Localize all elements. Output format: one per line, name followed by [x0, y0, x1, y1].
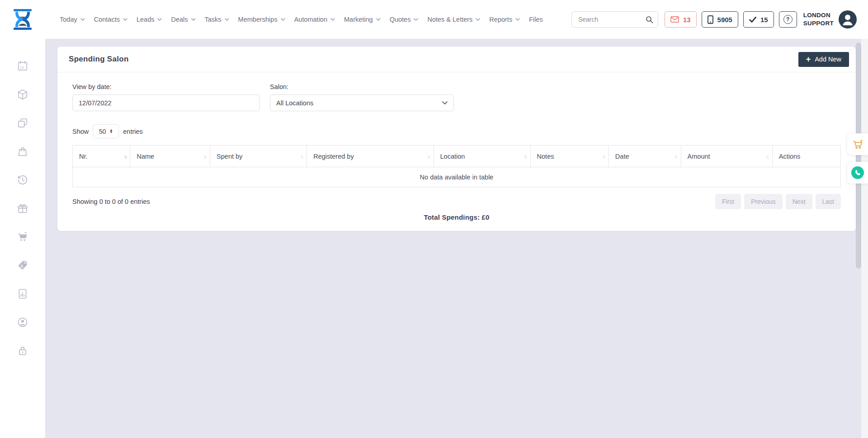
column-header-registered-by[interactable]: Registered by↑↓: [307, 146, 434, 167]
column-header-date[interactable]: Date↑↓: [609, 146, 681, 167]
nav-item-files[interactable]: Files: [529, 16, 543, 23]
sidebar-item-reports[interactable]: [17, 287, 29, 300]
question-icon: ?: [783, 15, 793, 24]
pagination-previous-button[interactable]: Previous: [744, 194, 782, 209]
gift-icon: [17, 203, 28, 214]
date-filter-group: View by date:: [72, 83, 260, 111]
nav-item-memberships[interactable]: Memberships: [238, 16, 285, 23]
history-icon: [17, 174, 28, 186]
svg-text:12: 12: [20, 65, 24, 69]
chevron-down-icon: [157, 18, 162, 21]
length-menu-suffix: entries: [123, 128, 143, 135]
spinner-arrows-icon: ▲▼: [109, 129, 113, 133]
nav-item-tasks[interactable]: Tasks: [205, 16, 229, 23]
shopping-bag-icon: [17, 146, 28, 157]
tasks-badge[interactable]: 15: [743, 11, 774, 28]
report-icon: [17, 288, 28, 300]
app-logo[interactable]: [11, 8, 34, 31]
salon-select[interactable]: All Locations: [270, 94, 454, 111]
chevron-down-icon: [515, 18, 520, 21]
sort-icon: ↑↓: [524, 154, 526, 159]
date-input[interactable]: [72, 94, 260, 111]
nav-item-notes-letters[interactable]: Notes & Letters: [427, 16, 480, 23]
pagination: First Previous Next Last: [715, 194, 841, 209]
phone-count: 5905: [717, 16, 732, 24]
sidebar-item-pricing[interactable]: $: [17, 259, 29, 271]
phone-widget-button[interactable]: [847, 162, 868, 184]
price-tag-icon: $: [17, 259, 28, 271]
help-badge[interactable]: ?: [779, 11, 797, 28]
entries-select[interactable]: 50 ▲▼: [93, 124, 119, 138]
sidebar-item-security[interactable]: [17, 344, 29, 357]
sidebar-item-account[interactable]: [17, 316, 29, 328]
pagination-first-button[interactable]: First: [715, 194, 741, 209]
chevron-down-icon: [281, 18, 285, 21]
sort-icon: ↑↓: [675, 154, 677, 159]
page-title: Spending Salon: [69, 55, 129, 64]
content-area: Spending Salon + Add New View by date: S…: [45, 39, 868, 438]
chevron-down-icon: [476, 18, 480, 21]
sidebar-item-duplicates[interactable]: [17, 117, 29, 129]
sidebar-item-history[interactable]: [17, 174, 29, 186]
add-new-button[interactable]: + Add New: [798, 52, 849, 67]
plus-icon: +: [806, 55, 811, 63]
sidebar-item-shopping[interactable]: [17, 145, 29, 157]
column-header-name[interactable]: Name↑↓: [130, 146, 210, 167]
nav-item-quotes[interactable]: Quotes: [390, 16, 419, 23]
clone-icon: [17, 117, 28, 129]
table-info: Showing 0 to 0 of 0 entries: [72, 198, 150, 205]
hourglass-logo-icon: [11, 8, 34, 31]
empty-table-row: No data available in table: [73, 167, 841, 187]
scrollbar-thumb[interactable]: [856, 42, 861, 268]
mobile-phone-icon: [708, 15, 713, 24]
user-menu[interactable]: LONDON SUPPORT: [803, 10, 857, 29]
nav-item-reports[interactable]: Reports: [489, 16, 520, 23]
pagination-last-button[interactable]: Last: [816, 194, 841, 209]
search-icon[interactable]: [646, 16, 653, 24]
chevron-down-icon: [191, 18, 196, 21]
user-name: LONDON SUPPORT: [803, 11, 834, 28]
nav-item-today[interactable]: Today: [60, 16, 85, 23]
user-circle-icon: [17, 316, 28, 328]
sort-icon: ↑↓: [203, 154, 206, 159]
sort-icon: ↑↓: [300, 154, 302, 159]
lock-icon: [17, 345, 28, 357]
table-footer: Showing 0 to 0 of 0 entries First Previo…: [72, 194, 841, 209]
sidebar-item-products[interactable]: [17, 88, 29, 100]
envelope-icon: [670, 16, 679, 23]
pagination-next-button[interactable]: Next: [786, 194, 812, 209]
sort-icon: ↑↓: [602, 154, 604, 159]
top-navigation-bar: Today Contacts Leads Deals Tasks Members…: [0, 0, 868, 39]
salon-filter-group: Salon: All Locations: [270, 83, 454, 111]
avatar[interactable]: [838, 10, 857, 29]
chevron-down-icon: [376, 18, 381, 21]
app-root: Today Contacts Leads Deals Tasks Members…: [0, 0, 868, 438]
scrollbar-track: [861, 39, 868, 438]
nav-item-deals[interactable]: Deals: [171, 16, 195, 23]
nav-item-marketing[interactable]: Marketing: [344, 16, 381, 23]
column-header-spent-by[interactable]: Spent by↑↓: [210, 146, 307, 167]
column-header-location[interactable]: Location↑↓: [434, 146, 530, 167]
calendar-icon: 12: [17, 60, 28, 72]
nav-item-leads[interactable]: Leads: [137, 16, 162, 23]
package-icon: [17, 89, 28, 100]
chevron-down-icon: [225, 18, 229, 21]
panel-header: Spending Salon + Add New: [57, 47, 856, 72]
salon-select-value: All Locations: [276, 99, 313, 107]
cart-icon: [17, 231, 28, 243]
nav-item-automation[interactable]: Automation: [294, 16, 335, 23]
messages-badge[interactable]: 13: [665, 11, 697, 28]
chevron-down-icon: [330, 18, 335, 21]
nav-item-contacts[interactable]: Contacts: [94, 16, 127, 23]
column-header-notes[interactable]: Notes↑↓: [530, 146, 609, 167]
sidebar-item-calendar[interactable]: 12: [17, 60, 29, 72]
cart-widget-button[interactable]: [847, 133, 868, 155]
column-header-nr[interactable]: Nr.↑↓: [73, 146, 130, 167]
search-input[interactable]: [578, 16, 642, 23]
sidebar-item-gifts[interactable]: [17, 202, 29, 214]
length-menu: Show 50 ▲▼ entries: [72, 124, 841, 138]
phone-badge[interactable]: 5905: [702, 11, 738, 28]
total-spendings: Total Spendings: £0: [72, 213, 841, 221]
column-header-amount[interactable]: Amount↑↓: [681, 146, 772, 167]
sidebar-item-cart[interactable]: [17, 231, 29, 243]
